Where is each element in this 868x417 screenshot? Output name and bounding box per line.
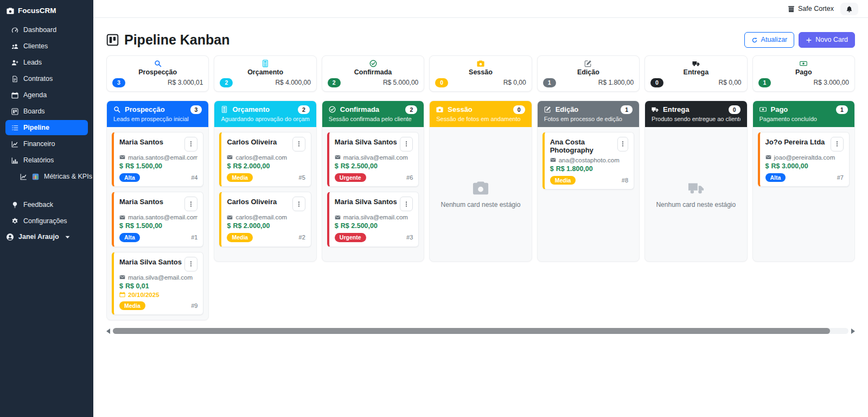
cash-icon — [800, 60, 807, 67]
card-menu-button[interactable] — [292, 137, 305, 151]
refresh-button[interactable]: Atualizar — [744, 32, 795, 48]
card-number: #6 — [406, 174, 413, 181]
priority-badge: Urgente — [335, 173, 366, 182]
scroll-left-arrow[interactable] — [106, 328, 110, 334]
card-value: R$ 0,01 — [125, 282, 149, 290]
envelope-icon — [119, 154, 125, 160]
stage-summary-edicao[interactable]: Edição 1 R$ 1.800,00 — [537, 55, 640, 92]
card-menu-button[interactable] — [400, 137, 413, 151]
sidebar-item-relatorios[interactable]: Relatórios — [5, 153, 88, 168]
sidebar-item-contratos[interactable]: Contratos — [5, 71, 88, 86]
sidebar-item-label: Pipeline — [23, 124, 49, 131]
sidebar-item-clientes[interactable]: Clientes — [5, 39, 88, 54]
stage-summary-entrega[interactable]: Entrega 0 R$ 0,00 — [644, 55, 747, 92]
currency-dollar-icon: $ — [227, 162, 231, 170]
pipeline-card[interactable]: Maria Santos maria.santos@email.com $R$ … — [112, 192, 203, 247]
pipeline-card[interactable]: Maria Silva Santos maria.silva@email.com… — [112, 252, 203, 315]
pipeline-card[interactable]: Carlos Oliveira carlos@email.com $R$ 2.0… — [219, 192, 311, 247]
brand-label: FocusCRM — [18, 7, 56, 15]
sidebar-item-agenda[interactable]: Agenda — [5, 87, 88, 103]
workspace[interactable]: Safe Cortex — [788, 5, 834, 12]
card-email: joao@pereiraltda.com — [774, 154, 835, 161]
camera-icon — [7, 7, 14, 15]
sidebar-item-metricas-kpis[interactable]: Métricas & KPIs — [14, 169, 88, 184]
scrollbar-track[interactable] — [113, 328, 848, 334]
sidebar-item-boards[interactable]: Boards — [5, 104, 88, 119]
page-header: Pipeline Kanban Atualizar Novo Card — [106, 32, 855, 48]
card-menu-button[interactable] — [617, 137, 628, 151]
scrollbar-thumb[interactable] — [113, 328, 830, 334]
kanban-column-edicao: Edição 1 Fotos em processo de edição Ana… — [537, 100, 640, 262]
priority-badge: Media — [119, 301, 145, 311]
column-header: Entrega 0 Produto sendo entregue ao clie… — [645, 101, 746, 127]
pipeline-card[interactable]: Carlos Oliveira carlos@email.com $R$ 2.0… — [219, 132, 311, 187]
stage-summary-sessao[interactable]: Sessão 0 R$ 0,00 — [429, 55, 532, 92]
column-subtitle: Fotos em processo de edição — [544, 116, 633, 122]
sidebar-item-configuracoes[interactable]: Configurações — [5, 213, 88, 229]
pipeline-card[interactable]: Maria Silva Santos maria.silva@email.com… — [327, 132, 419, 187]
pipeline-card[interactable]: Maria Silva Santos maria.silva@email.com… — [327, 192, 419, 247]
dots-vertical-icon — [834, 141, 840, 147]
card-email: carlos@email.com — [235, 154, 287, 161]
card-menu-button[interactable] — [400, 197, 413, 211]
notifications-button[interactable] — [840, 3, 858, 15]
pencil-square-icon — [584, 60, 592, 67]
topbar: Safe Cortex — [93, 0, 868, 18]
column-subtitle: Pagamento concluído — [760, 116, 848, 122]
stage-count-badge: 1 — [758, 78, 771, 87]
column-subtitle: Aguardando aprovação do orçamento — [221, 116, 309, 122]
pipeline-card[interactable]: Jo?o Pereira Ltda joao@pereiraltda.com $… — [758, 132, 850, 187]
currency-dollar-icon: $ — [335, 222, 339, 230]
stage-summary-orcamento[interactable]: Orçamento 2 R$ 4.000,00 — [214, 55, 316, 92]
currency-dollar-icon: $ — [119, 162, 123, 170]
card-value: R$ 2.000,00 — [233, 222, 270, 230]
stage-summary-prospeccao[interactable]: Prospecção 3 R$ 3.000,01 — [106, 55, 209, 92]
empty-stage-text: Nenhum card neste estágio — [656, 201, 736, 208]
card-menu-button[interactable] — [184, 137, 197, 151]
dots-vertical-icon — [188, 141, 194, 147]
plus-icon — [806, 37, 812, 43]
sidebar-item-leads[interactable]: Leads — [5, 55, 88, 70]
column-body: Carlos Oliveira carlos@email.com $R$ 2.0… — [214, 127, 316, 261]
pipeline-card[interactable]: Maria Santos maria.santos@email.com $R$ … — [112, 132, 203, 187]
sidebar-item-janei-araujo[interactable]: Janei Araujo — [5, 230, 88, 244]
stage-name: Prospecção — [112, 68, 203, 76]
card-title: Jo?o Pereira Ltda — [765, 137, 825, 146]
stage-summary-row: Prospecção 3 R$ 3.000,01 Orçamento 2 R$ … — [106, 55, 855, 92]
currency-dollar-icon: $ — [119, 282, 123, 290]
dots-vertical-icon — [188, 261, 194, 267]
sidebar-item-feedback[interactable]: Feedback — [5, 197, 88, 212]
column-count-badge: 0 — [729, 105, 741, 114]
page-title: Pipeline Kanban — [106, 32, 229, 48]
stage-summary-pago[interactable]: Pago 1 R$ 3.000,00 — [752, 55, 855, 92]
card-menu-button[interactable] — [184, 197, 197, 211]
sidebar-item-label: Feedback — [23, 201, 53, 208]
check-circle-icon — [329, 106, 336, 113]
scroll-right-arrow[interactable] — [851, 328, 855, 334]
card-menu-button[interactable] — [292, 197, 305, 211]
dots-vertical-icon — [296, 141, 302, 147]
stage-value: R$ 0,00 — [719, 79, 742, 86]
pipeline-card[interactable]: Ana Costa Photography ana@costaphoto.com… — [542, 132, 634, 190]
column-body: Ana Costa Photography ana@costaphoto.com… — [538, 127, 639, 261]
cash-icon — [760, 106, 767, 113]
sidebar-item-financeiro[interactable]: Financeiro — [5, 136, 88, 151]
new-card-button[interactable]: Novo Card — [799, 32, 855, 48]
envelope-icon — [765, 154, 771, 160]
card-title: Carlos Oliveira — [227, 197, 277, 206]
card-value: R$ 1.500,00 — [125, 222, 162, 230]
stage-value: R$ 0,00 — [503, 79, 526, 86]
envelope-icon — [550, 157, 556, 163]
column-body: Maria Santos maria.santos@email.com $R$ … — [107, 127, 208, 320]
stage-summary-confirmada[interactable]: Confirmada 2 R$ 5.000,00 — [322, 55, 424, 92]
column-subtitle: Produto sendo entregue ao cliente — [652, 116, 740, 122]
column-header: Orçamento 2 Aguardando aprovação do orça… — [214, 101, 316, 127]
card-value: R$ 1.800,00 — [556, 165, 593, 173]
new-card-button-label: Novo Card — [815, 36, 848, 44]
page-title-label: Pipeline Kanban — [124, 32, 229, 48]
sidebar-item-dashboard[interactable]: Dashboard — [5, 22, 88, 37]
card-menu-button[interactable] — [831, 137, 844, 151]
sidebar-item-pipeline[interactable]: Pipeline — [5, 120, 88, 135]
card-menu-button[interactable] — [184, 257, 197, 271]
stage-value: R$ 4.000,00 — [275, 79, 310, 86]
